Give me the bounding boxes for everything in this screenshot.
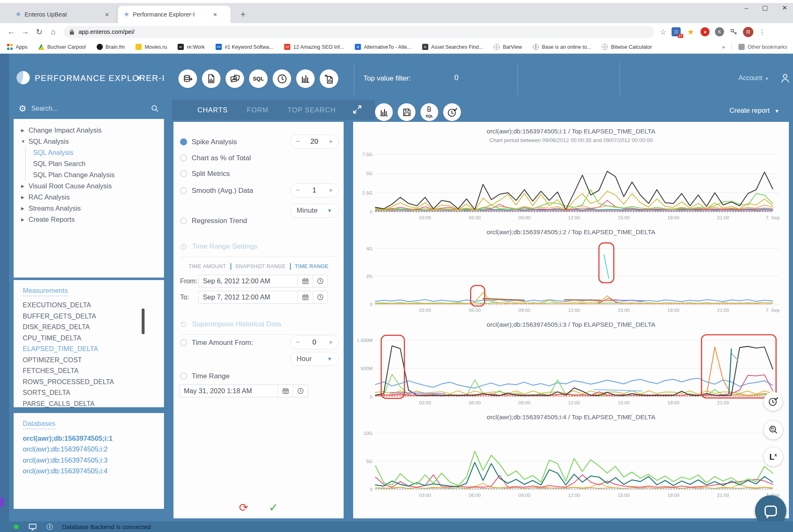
calendar-icon[interactable] <box>298 275 313 287</box>
chevron-down-icon[interactable]: ▼ <box>21 139 25 144</box>
data-source-button[interactable] <box>178 69 197 88</box>
tab-charts[interactable]: CHARTS <box>197 106 228 114</box>
sidebar-subitem-sql-analysis[interactable]: SQL Analysis <box>33 147 164 158</box>
sidebar-search[interactable]: ⚙ Search... <box>14 100 164 117</box>
bookmark-apps[interactable]: Apps <box>7 44 28 50</box>
tab-close-icon[interactable]: ✕ <box>213 12 218 18</box>
from-date-input[interactable]: Sep 6, 2012 12:00 AM <box>198 275 328 287</box>
top-value-filter-value[interactable]: 0 <box>454 74 458 82</box>
regression-radio[interactable] <box>180 217 187 224</box>
log-axis-button[interactable]: Lx <box>764 447 783 466</box>
plus-icon[interactable]: + <box>329 138 333 146</box>
chart-pct-radio[interactable] <box>180 154 187 162</box>
smooth-stepper[interactable]: − 1 + <box>290 183 339 197</box>
sidebar-item-change-impact-analysis[interactable]: ▶Change Impact Analysis <box>21 125 164 136</box>
back-icon[interactable]: ← <box>4 27 18 36</box>
chart-svg[interactable]: 02G4G03:0006:0009:0012:0015:0018:0021:00… <box>356 237 786 315</box>
minus-icon[interactable]: − <box>296 338 300 347</box>
measurement-elapsed-time-delta[interactable]: ELAPSED_TIME_DELTA <box>23 344 164 355</box>
chevron-right-icon[interactable]: ▶ <box>21 184 25 188</box>
chevron-right-icon[interactable]: ▶ <box>21 217 25 222</box>
other-bookmarks-button[interactable]: Other bookmarks <box>738 44 787 50</box>
gallery-button[interactable] <box>226 69 244 88</box>
tab-top-search[interactable]: TOP SEARCH <box>287 106 336 114</box>
chevron-right-icon[interactable]: ▶ <box>21 206 25 211</box>
bookmark-brain-fm[interactable]: Brain.fm <box>97 44 125 50</box>
sidebar-item-visual-root-cause-analysis[interactable]: ▶Visual Root Cause Analysis <box>21 180 164 192</box>
database-item-2[interactable]: orcl(awr);db:1563974505;i:2 <box>23 444 164 455</box>
save-button[interactable] <box>398 103 415 121</box>
time-amount-radio[interactable] <box>180 339 187 346</box>
measurement-cpu-time-delta[interactable]: CPU_TIME_DELTA <box>23 333 164 344</box>
measurement-optimizer-cost[interactable]: OPTIMIZER_COST <box>23 355 164 366</box>
chevron-right-icon[interactable]: ▶ <box>21 195 25 200</box>
user-icon[interactable] <box>780 73 791 85</box>
time-icon[interactable] <box>293 385 308 397</box>
create-report-button[interactable]: Create report▼ <box>729 107 779 114</box>
bookmark-buchser-carpool[interactable]: Buchser Carpool <box>38 44 86 50</box>
new-tab-button[interactable]: + <box>240 9 246 20</box>
plus-icon[interactable]: + <box>329 338 333 347</box>
forward-icon[interactable]: → <box>18 27 32 36</box>
sidebar-item-rac-analysis[interactable]: ▶RAC Analysis <box>21 192 164 203</box>
title-caret-icon[interactable]: ▼ <box>135 74 142 81</box>
report-file-button[interactable] <box>202 69 221 88</box>
chart-view-button[interactable] <box>375 103 393 121</box>
add-report-button[interactable] <box>320 69 338 88</box>
regression-unit-dropdown[interactable]: Minute▼ <box>290 204 339 218</box>
expand-icon[interactable] <box>352 104 363 116</box>
time-icon[interactable] <box>313 275 328 287</box>
time-amount-stepper[interactable]: − 0 + <box>290 335 339 349</box>
address-bar[interactable]: app.enteros.com/pei/ <box>64 26 654 38</box>
measurement-sorts-delta[interactable]: SORTS_DELTA <box>23 387 164 399</box>
scrollbar-thumb[interactable] <box>142 309 145 334</box>
browser-tab-performance-explorer[interactable]: ✳ Performance Explorer-I ✕ <box>118 6 230 23</box>
time-amount-unit-dropdown[interactable]: Hour▼ <box>290 352 339 366</box>
key-icon[interactable] <box>729 28 738 36</box>
gear-icon[interactable]: ⚙ <box>19 104 26 114</box>
to-date-input[interactable]: Sep 7, 2012 12:00 AM <box>198 291 328 304</box>
bookmark-asset-searches-find[interactable]: AAsset Searches Find... <box>422 44 483 50</box>
bookmark-star-icon[interactable]: ☆ <box>660 28 666 36</box>
chart-button[interactable] <box>296 69 315 88</box>
spike-count-stepper[interactable]: − 20 + <box>290 135 339 149</box>
database-item-4[interactable]: orcl(awr);db:1563974505;i:4 <box>23 466 164 477</box>
calendar-icon[interactable] <box>298 291 313 303</box>
time-range-tab-snapshot-range[interactable]: SNAPSHOT RANGE <box>231 264 290 269</box>
time-icon[interactable] <box>313 291 328 303</box>
plus-icon[interactable]: + <box>329 186 333 195</box>
measurement-parse-calls-delta[interactable]: PARSE_CALLS_DELTA <box>23 399 164 410</box>
calendar-icon[interactable] <box>278 385 293 397</box>
bookmark-alternativeto-alte[interactable]: AAlternativeTo - Alte... <box>355 44 411 50</box>
red-extension-icon[interactable]: ● <box>700 27 710 36</box>
bookmark-base-is-an-online-to[interactable]: Base is an online to... <box>533 44 591 50</box>
superimpose-time-range-radio[interactable] <box>180 373 187 380</box>
sidebar-item-streams-analysis[interactable]: ▶Streams Analysis <box>21 203 164 214</box>
home-icon[interactable]: ⌂ <box>46 27 60 36</box>
bookmark-1-keyword-softwa[interactable]: K5#1 Keyword Softwa... <box>216 44 273 50</box>
search-icon[interactable] <box>151 104 159 113</box>
sql-button[interactable]: SQL <box>249 69 268 88</box>
measurement-rows-processed-delta[interactable]: ROWS_PROCESSED_DELTA <box>23 377 164 388</box>
reload-icon[interactable]: ↻ <box>32 27 46 37</box>
bookmark-bitwise-calculator[interactable]: Bitwise Calculator <box>602 44 652 50</box>
bookmark-12-amazing-seo-inf[interactable]: 1212 Amazing SEO Inf... <box>284 44 344 50</box>
sql-export-button[interactable]: SQL <box>420 103 438 121</box>
measurement-fetches-delta[interactable]: FETCHES_DELTA <box>23 366 164 377</box>
chart-svg[interactable]: 02.5G5G7.5G03:0006:0009:0012:0015:0018:0… <box>356 144 786 223</box>
star-extension-icon[interactable]: ★ <box>686 27 695 36</box>
tab-form[interactable]: FORM <box>247 106 269 114</box>
zoom-reset-button[interactable] <box>764 420 783 439</box>
database-item-3[interactable]: orcl(awr);db:1563974505;i:3 <box>23 455 164 466</box>
bookmark-re-work[interactable]: re:re:Work <box>178 44 205 50</box>
k-extension-icon[interactable]: K <box>715 27 724 36</box>
time-button[interactable] <box>273 69 291 88</box>
bookmarks-overflow-chevron[interactable]: » <box>722 44 725 50</box>
chevron-right-icon[interactable]: ▶ <box>21 128 25 133</box>
tab-close-icon[interactable]: ✕ <box>105 12 109 18</box>
spike-analysis-radio[interactable] <box>180 138 187 145</box>
extension-icon[interactable]: ☷27 <box>672 27 681 36</box>
chart-svg[interactable]: 0500M1 000M03:0006:0009:0012:0015:0018:0… <box>356 329 786 408</box>
window-minimize-button[interactable]: – <box>745 4 748 12</box>
minus-icon[interactable]: − <box>296 186 300 195</box>
